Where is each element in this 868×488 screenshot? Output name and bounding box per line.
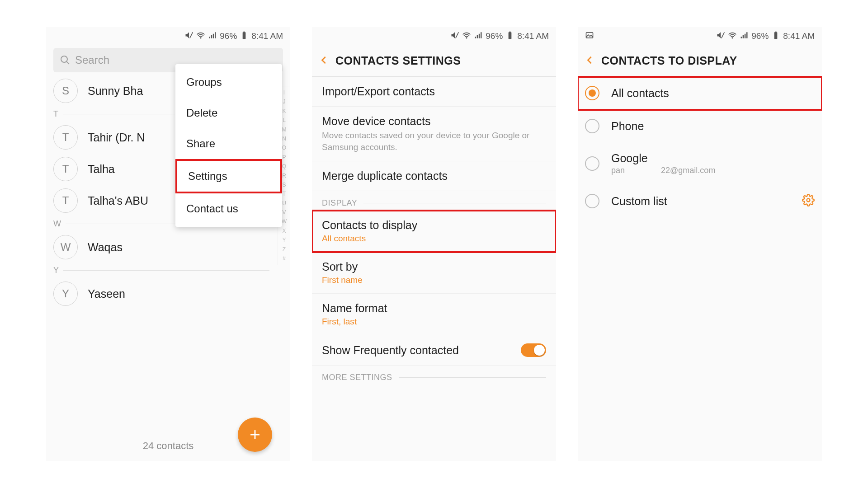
svg-rect-6 xyxy=(586,33,593,38)
battery-icon xyxy=(240,31,249,42)
signal-icon xyxy=(740,31,749,42)
index-letter[interactable]: Q xyxy=(282,162,286,171)
setting-contacts-to-display[interactable]: Contacts to display All contacts xyxy=(312,211,556,252)
svg-point-8 xyxy=(807,199,810,202)
battery-percent: 96% xyxy=(751,31,769,41)
avatar: T xyxy=(53,188,78,213)
highlight-all-contacts: All contacts xyxy=(578,77,822,110)
option-custom-list[interactable]: Custom list xyxy=(578,185,822,218)
index-letter[interactable]: X xyxy=(282,226,286,235)
menu-item-share[interactable]: Share xyxy=(175,128,282,159)
header: CONTACTS TO DISPLAY xyxy=(578,45,822,77)
avatar: W xyxy=(53,235,78,259)
index-letter[interactable]: V xyxy=(282,208,286,217)
svg-point-1 xyxy=(61,56,67,62)
label: Sort by xyxy=(322,260,546,273)
setting-merge-duplicates[interactable]: Merge duplicate contacts xyxy=(312,161,556,191)
index-letter[interactable]: M xyxy=(282,125,287,134)
setting-import-export[interactable]: Import/Export contacts xyxy=(312,77,556,107)
highlight-contacts-to-display: Contacts to display All contacts xyxy=(312,211,556,252)
menu-item-contact-us[interactable]: Contact us xyxy=(175,193,282,224)
display-options-list: All contacts Phone Google pan 22@gmail.c… xyxy=(578,77,822,218)
divider xyxy=(63,270,269,271)
contact-row[interactable]: Y Yaseen xyxy=(46,278,277,310)
mute-icon xyxy=(450,31,459,42)
label: Contacts to display xyxy=(322,219,546,232)
description: Move contacts saved on your device to yo… xyxy=(322,130,546,153)
avatar: T xyxy=(53,157,78,181)
setting-show-frequently-contacted[interactable]: Show Frequently contacted xyxy=(312,335,556,366)
value: First, last xyxy=(322,317,546,327)
setting-name-format[interactable]: Name format First, last xyxy=(312,294,556,335)
section-label: Y xyxy=(53,266,59,275)
battery-icon xyxy=(771,31,780,42)
index-letter[interactable]: S xyxy=(282,180,286,189)
divider xyxy=(363,203,546,203)
index-letter[interactable]: W xyxy=(282,217,287,226)
back-button[interactable] xyxy=(319,55,329,67)
section-label: DISPLAY xyxy=(322,198,357,208)
mute-icon xyxy=(184,31,193,42)
sub: pan 22@gmail.com xyxy=(611,166,715,175)
option-google[interactable]: Google pan 22@gmail.com xyxy=(578,143,822,185)
index-letter[interactable]: T xyxy=(283,189,286,198)
radio-unselected-icon xyxy=(585,194,599,208)
status-time: 8:41 AM xyxy=(783,31,815,41)
section-y: Y xyxy=(46,263,277,278)
setting-sort-by[interactable]: Sort by First name xyxy=(312,252,556,294)
gear-icon[interactable] xyxy=(802,194,815,208)
status-time: 8:41 AM xyxy=(251,31,283,41)
overflow-menu: Groups Delete Share Settings Contact us xyxy=(175,64,282,227)
search-icon xyxy=(60,55,71,66)
label: Import/Export contacts xyxy=(322,85,546,98)
contact-name: Talha's ABU xyxy=(88,194,148,207)
index-letter[interactable]: P xyxy=(282,153,286,162)
index-letter[interactable]: U xyxy=(282,199,286,208)
index-letter[interactable]: # xyxy=(283,254,286,263)
menu-item-groups[interactable]: Groups xyxy=(175,67,282,98)
avatar: Y xyxy=(53,282,78,306)
toggle-on[interactable] xyxy=(521,343,546,357)
section-label: T xyxy=(53,109,58,119)
svg-line-5 xyxy=(456,32,459,38)
contacts-to-display-screen: 96% 8:41 AM CONTACTS TO DISPLAY All cont… xyxy=(578,27,822,461)
contact-name: Waqas xyxy=(88,241,123,254)
index-letter[interactable]: L xyxy=(283,116,286,125)
label: Google xyxy=(611,152,715,165)
wifi-icon xyxy=(462,31,471,42)
section-label: MORE SETTINGS xyxy=(322,373,392,382)
search-placeholder: Search xyxy=(75,54,109,66)
radio-unselected-icon xyxy=(585,119,599,133)
setting-move-device-contacts[interactable]: Move device contacts Move contacts saved… xyxy=(312,107,556,161)
index-letter[interactable]: Y xyxy=(282,235,286,244)
back-button[interactable] xyxy=(585,55,595,67)
index-letter[interactable]: K xyxy=(282,107,286,116)
label: Custom list xyxy=(611,195,667,208)
svg-line-7 xyxy=(722,32,725,38)
signal-icon xyxy=(474,31,483,42)
index-letter[interactable]: J xyxy=(283,97,286,106)
menu-item-settings[interactable]: Settings xyxy=(175,159,282,193)
index-letter[interactable]: N xyxy=(282,134,286,143)
contact-name: Sunny Bha xyxy=(88,84,143,98)
option-phone[interactable]: Phone xyxy=(578,110,822,143)
index-letter[interactable]: Z xyxy=(283,245,286,254)
wifi-icon xyxy=(728,31,737,42)
sub-left: pan xyxy=(611,166,625,175)
contact-name: Yaseen xyxy=(88,287,125,300)
option-all-contacts[interactable]: All contacts xyxy=(578,77,822,110)
menu-item-delete[interactable]: Delete xyxy=(175,98,282,128)
radio-unselected-icon xyxy=(585,156,599,171)
contact-row[interactable]: W Waqas xyxy=(46,231,277,263)
index-letter[interactable]: O xyxy=(282,143,286,152)
index-letter[interactable]: I xyxy=(283,88,285,97)
add-contact-button[interactable] xyxy=(238,418,272,452)
index-letter[interactable]: R xyxy=(282,171,286,180)
label: Name format xyxy=(322,302,546,315)
plus-icon xyxy=(247,427,263,442)
battery-percent: 96% xyxy=(486,31,503,41)
contact-name: Tahir (Dr. N xyxy=(88,131,145,144)
signal-icon xyxy=(208,31,217,42)
radio-selected-icon xyxy=(585,86,599,100)
contacts-app-screen: 96% 8:41 AM Search S Sunny Bha T T Tahir… xyxy=(46,27,290,461)
